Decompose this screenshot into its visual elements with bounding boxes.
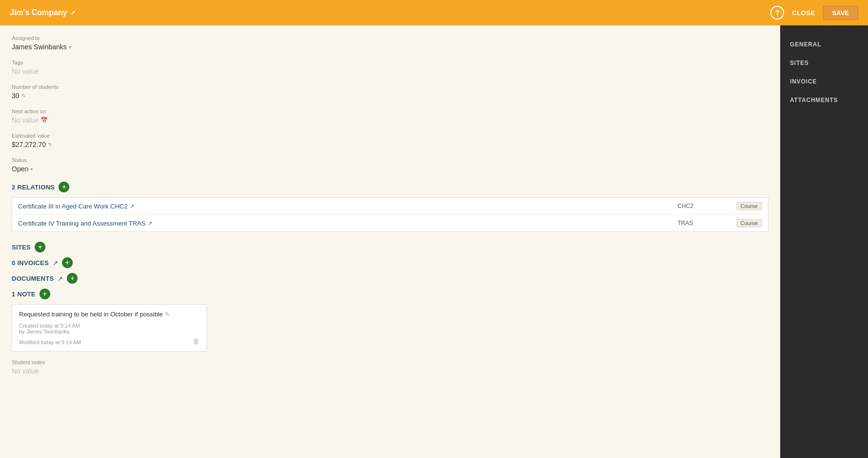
assigned-to-label: Assigned to [12,35,768,41]
note-footer: Modified today at 9:14 AM 🗑 [19,337,200,345]
note-created: Created today at 9:14 AM by James Swinba… [19,323,200,334]
relation-code-1: CHC2 [678,203,736,209]
next-action-field: Next action on No value 📅 [12,108,768,124]
relation-type-1: Course [736,202,762,210]
documents-title: DOCUMENTS [12,275,54,282]
sites-section-header: SITES + [12,242,768,252]
right-sidebar: GENERAL SITES INVOICE ATTACHMENTS [780,25,868,458]
add-note-button[interactable]: + [40,289,50,299]
relation-type-2: Course [736,219,762,228]
estimated-value-value[interactable]: $27,272.70 ✎ [12,141,768,148]
relation-external-link-icon-2[interactable]: ↗ [148,220,152,227]
estimated-value-amount: $27,272.70 [12,141,46,148]
header: Jim's Company ↗ ? CLOSE SAVE [0,0,868,25]
student-notes-no-value: No value [12,367,39,375]
sidebar-item-invoice[interactable]: INVOICE [780,72,868,91]
note-edit-icon[interactable]: ✎ [165,311,169,317]
invoices-title: 0 INVOICES [12,259,49,267]
next-action-no-value: No value [12,116,39,124]
tags-label: Tags [12,60,768,65]
sidebar-item-sites[interactable]: SITES [780,54,868,72]
status-label: Status [12,157,768,163]
status-text: Open [12,165,28,173]
help-button[interactable]: ? [770,6,784,20]
relation-name-2[interactable]: Certificate IV Training and Assessment T… [18,220,678,227]
company-title: Jim's Company ↗ [10,8,75,17]
num-students-number: 30 [12,92,20,100]
status-dropdown-icon: ▾ [30,167,33,172]
company-name: Jim's Company [10,8,67,17]
add-relation-button[interactable]: + [59,182,69,192]
tags-no-value: No value [12,67,39,75]
sidebar-item-general[interactable]: GENERAL [780,35,868,54]
tags-value: No value [12,67,768,75]
relation-name-1[interactable]: Certificate III in Aged Care Work CHC2 ↗ [18,203,678,210]
add-invoice-button[interactable]: + [62,257,73,268]
note-modified: Modified today at 9:14 AM [19,339,81,345]
note-card: Requested training to be held in October… [12,304,207,352]
status-field: Status Open ▾ [12,157,768,173]
num-students-label: Number of students [12,84,768,90]
assigned-to-field: Assigned to James Swinbanks ▾ [12,35,768,51]
assigned-to-name: James Swinbanks [12,43,67,51]
relations-title: 2 RELATIONS [12,184,55,191]
add-document-button[interactable]: + [67,273,78,284]
relation-external-link-icon-1[interactable]: ↗ [130,203,134,209]
documents-external-link-icon[interactable]: ↗ [58,275,63,282]
next-action-calendar-icon[interactable]: 📅 [40,117,48,124]
estimated-value-edit-icon[interactable]: ✎ [48,142,52,148]
close-button[interactable]: CLOSE [792,9,815,17]
content-area: Assigned to James Swinbanks ▾ Tags No va… [0,25,780,458]
tags-field: Tags No value [12,60,768,75]
num-students-edit-icon[interactable]: ✎ [21,93,26,99]
next-action-value[interactable]: No value 📅 [12,116,768,124]
sidebar-item-attachments[interactable]: ATTACHMENTS [780,91,868,109]
num-students-value[interactable]: 30 ✎ [12,92,768,100]
student-notes-field: Student notes No value [12,359,768,375]
relation-code-2: TRAS [678,220,736,227]
table-row: Certificate III in Aged Care Work CHC2 ↗… [12,198,768,215]
relations-table: Certificate III in Aged Care Work CHC2 ↗… [12,197,768,232]
save-button[interactable]: SAVE [823,6,858,20]
documents-section-header: DOCUMENTS ↗ + [12,273,768,284]
next-action-label: Next action on [12,108,768,114]
assigned-to-value[interactable]: James Swinbanks ▾ [12,43,768,51]
header-actions: ? CLOSE SAVE [770,6,858,20]
estimated-value-field: Estimated value $27,272.70 ✎ [12,133,768,148]
status-value[interactable]: Open ▾ [12,165,768,173]
main-layout: Assigned to James Swinbanks ▾ Tags No va… [0,25,868,458]
table-row: Certificate IV Training and Assessment T… [12,215,768,231]
note-delete-icon[interactable]: 🗑 [193,337,200,345]
note-text: Requested training to be held in October… [19,311,200,318]
student-notes-value: No value [12,367,768,375]
estimated-value-label: Estimated value [12,133,768,139]
company-external-link-icon[interactable]: ↗ [70,9,75,16]
add-site-button[interactable]: + [35,242,45,252]
notes-section-header: 1 NOTE + [12,289,768,299]
student-notes-label: Student notes [12,359,768,365]
notes-title: 1 NOTE [12,291,36,298]
invoices-external-link-icon[interactable]: ↗ [53,259,58,267]
assigned-to-dropdown-icon: ▾ [69,44,71,50]
sites-title: SITES [12,244,31,251]
num-students-field: Number of students 30 ✎ [12,84,768,100]
relations-section-header: 2 RELATIONS + [12,182,768,192]
invoices-section-header: 0 INVOICES ↗ + [12,257,768,268]
